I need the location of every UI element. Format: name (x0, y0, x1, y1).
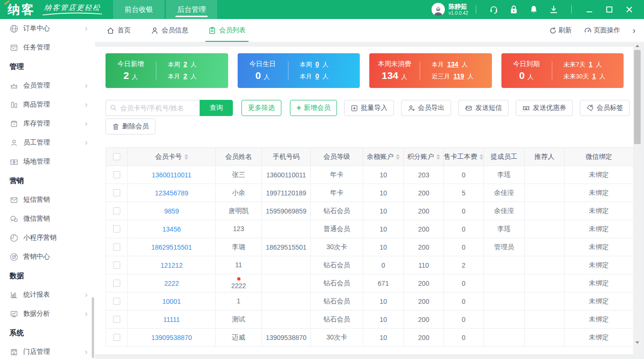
more-filter-button[interactable]: 更多筛选 (241, 100, 281, 116)
header-points[interactable]: 积分账户 (404, 148, 444, 166)
download-icon[interactable] (544, 0, 564, 19)
vertical-scrollbar[interactable] (633, 42, 642, 352)
sort-icon[interactable] (480, 154, 483, 160)
globe-icon (10, 24, 19, 33)
cell-level: 钻石会员 (311, 256, 363, 274)
member-card-link[interactable]: 9859 (164, 207, 179, 215)
sidebar-item-product-management[interactable]: 商品管理› (0, 95, 95, 114)
tab-member-info[interactable]: 会员信息 (151, 19, 188, 42)
sidebar-item-venue-management[interactable]: 场地管理 (0, 152, 95, 171)
row-checkbox[interactable] (113, 280, 120, 287)
minimize-button[interactable] (579, 0, 599, 19)
app-logo: 纳客 (8, 0, 35, 19)
row-checkbox[interactable] (113, 225, 120, 233)
sidebar-item-sms-marketing[interactable]: 短信营销 (0, 190, 95, 209)
bell-icon[interactable] (524, 0, 544, 19)
cell-balance: 10 (363, 220, 404, 238)
row-checkbox[interactable] (113, 316, 120, 323)
row-checkbox[interactable] (113, 171, 120, 178)
page-actions: 刷新 页面操作 › (549, 26, 644, 35)
chevron-right-icon: › (85, 348, 87, 356)
member-card-link[interactable]: 10001 (163, 298, 181, 305)
cell-card-no: 13909538870 (128, 329, 216, 347)
nav-tab-backoffice[interactable]: 后台管理 (166, 0, 217, 19)
delete-member-button[interactable]: 删除会员 (106, 118, 155, 135)
sidebar-item-statistics-reports[interactable]: 统计报表› (0, 285, 95, 304)
row-checkbox[interactable] (113, 243, 120, 251)
member-export-button[interactable]: 会员导出 (401, 100, 451, 116)
row-checkbox[interactable] (113, 334, 120, 341)
stat-link[interactable]: 2 (183, 60, 187, 68)
sidebar-item-wechat-marketing[interactable]: 微信营销 (0, 209, 95, 228)
send-sms-button[interactable]: 发送短信 (458, 100, 509, 116)
sidebar-item-member-management[interactable]: 会员管理› (0, 76, 95, 95)
sort-icon[interactable] (184, 154, 188, 160)
member-card-link[interactable]: 11111 (163, 316, 180, 323)
row-checkbox[interactable] (113, 298, 120, 305)
tab-home[interactable]: 首页 (106, 19, 131, 42)
sidebar-item-data-analysis[interactable]: 数据分析› (0, 304, 95, 323)
select-all-checkbox[interactable] (113, 153, 120, 160)
sidebar-item-marketing-center[interactable]: 营销中心 (0, 247, 95, 266)
card-stat: 未来30天1人 (564, 72, 606, 81)
cell-wechat: 未绑定 (565, 256, 634, 274)
nav-tab-frontdesk[interactable]: 前台收银 (113, 0, 164, 19)
cell-level: 钻石会员 (311, 274, 363, 292)
member-card-link[interactable]: 2222 (164, 280, 179, 287)
sidebar-item-staff-management[interactable]: 员工管理› (0, 133, 95, 152)
member-card-link[interactable]: 13456 (163, 225, 181, 233)
sort-icon[interactable] (396, 154, 400, 160)
stat-link[interactable]: 119 (453, 72, 464, 80)
sidebar-item-order-center[interactable]: 订单中心› (0, 19, 95, 38)
tab-member-list[interactable]: 会员列表 (208, 19, 246, 42)
page-operations-button[interactable]: 页面操作 (584, 26, 620, 35)
row-checkbox[interactable] (113, 189, 120, 196)
cell-phone (262, 292, 311, 310)
avatar[interactable] (432, 3, 445, 16)
sidebar-item-task-management[interactable]: 任务管理 (0, 38, 95, 57)
cell-checkbox (106, 310, 128, 329)
maximize-button[interactable] (599, 0, 619, 19)
search-input[interactable] (106, 100, 200, 116)
header-card-fee[interactable]: 售卡工本费 (444, 148, 484, 166)
lock-icon[interactable] (504, 0, 524, 19)
sidebar-scrollbar-thumb[interactable] (92, 297, 94, 358)
stat-link[interactable]: 2 (183, 72, 187, 80)
chevron-right-icon[interactable]: › (633, 26, 635, 35)
stat-link[interactable]: 0 (316, 60, 319, 68)
member-card-link[interactable]: 123456789 (155, 189, 188, 197)
scroll-up-button[interactable] (633, 42, 642, 49)
stat-link[interactable]: 134 (447, 60, 458, 68)
row-checkbox[interactable] (113, 262, 120, 269)
member-card-link[interactable]: 18629515501 (151, 243, 192, 251)
header-select-all[interactable] (106, 148, 128, 166)
member-tag-button[interactable]: 会员标签 (580, 100, 630, 116)
header-balance[interactable]: 余额账户 (363, 148, 404, 166)
member-card-link[interactable]: 13600110011 (152, 171, 192, 179)
scrollbar-thumb[interactable] (634, 50, 641, 144)
send-coupon-button[interactable]: 发送优惠券 (516, 100, 573, 116)
headset-icon[interactable] (484, 0, 504, 19)
member-card-link[interactable]: 121212 (161, 262, 183, 269)
sort-icon[interactable] (436, 154, 440, 160)
sidebar-item-miniprogram-marketing[interactable]: 小程序营销 (0, 228, 95, 247)
refresh-button[interactable]: 刷新 (549, 26, 572, 35)
add-member-button[interactable]: +新增会员 (290, 100, 337, 116)
query-button[interactable]: 查询 (200, 100, 233, 116)
scroll-down-button[interactable] (633, 339, 642, 346)
stat-link[interactable]: 0 (316, 72, 319, 80)
task-icon (10, 43, 19, 52)
stat-link[interactable]: 1 (589, 60, 593, 68)
sidebar-item-store-management[interactable]: 门店管理› (0, 342, 95, 359)
stat-link[interactable]: 1 (592, 72, 596, 80)
header-card-no[interactable]: 会员卡号 (128, 148, 216, 166)
row-checkbox[interactable] (113, 207, 120, 214)
cell-card-no: 2222 (128, 274, 216, 292)
cell-card-no: 13600110011 (128, 166, 216, 184)
sidebar-item-inventory-management[interactable]: 库存管理› (0, 114, 95, 133)
member-card-link[interactable]: 13909538870 (151, 334, 192, 341)
user-meta: 陈静茹 v1.0.0.42 (449, 3, 468, 17)
cell-checkbox (106, 292, 128, 310)
close-button[interactable] (619, 0, 639, 19)
batch-import-button[interactable]: 批量导入 (344, 100, 394, 116)
